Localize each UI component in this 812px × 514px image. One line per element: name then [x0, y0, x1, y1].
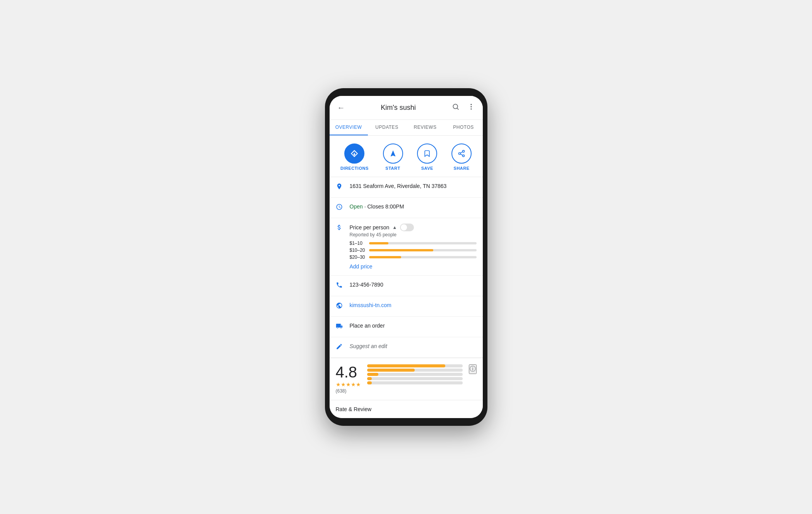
clock-icon: [336, 203, 344, 212]
phone-icon: [336, 282, 344, 290]
suggest-edit-content: Suggest an edit: [350, 343, 477, 350]
rating-fill-1: [367, 381, 372, 384]
website-content: kimssushi-tn.com: [350, 302, 477, 309]
tab-bar: OVERVIEW UPDATES REVIEWS PHOTOS: [330, 120, 483, 136]
price-label-1-10: $1–10: [350, 241, 366, 246]
share-button[interactable]: SHARE: [451, 143, 472, 171]
price-row[interactable]: Price per person ▲ Reported by 45 people…: [330, 218, 483, 276]
price-heading-text: Price per person: [350, 224, 390, 231]
app-header: ← Kim's sushi: [330, 96, 483, 120]
phone-screen: ← Kim's sushi OVERVIEW UPDATES REVIEWS: [330, 96, 483, 418]
directions-label: DIRECTIONS: [340, 166, 369, 171]
price-track-1-10: [369, 242, 477, 244]
svg-line-9: [460, 152, 463, 153]
svg-point-7: [463, 155, 465, 157]
rating-info-button[interactable]: ⓘ: [469, 364, 477, 374]
search-icon: [452, 103, 460, 111]
globe-icon: [336, 302, 344, 311]
tab-overview[interactable]: OVERVIEW: [330, 120, 368, 135]
info-section: 1631 Seaform Ave, Riverdale, TN 37863 Op…: [330, 177, 483, 358]
rating-track-4: [367, 369, 463, 372]
order-text: Place an order: [350, 323, 385, 329]
back-button[interactable]: ←: [336, 102, 347, 114]
search-button[interactable]: [450, 101, 461, 114]
rate-review-title: Rate & Review: [336, 406, 372, 412]
start-icon-circle: [383, 143, 403, 164]
add-price-link[interactable]: Add price: [350, 263, 373, 270]
directions-icon-circle: [344, 143, 364, 164]
rating-main: 4.8 ★★★★★ (638): [336, 364, 477, 394]
order-row[interactable]: Place an order: [330, 317, 483, 337]
svg-point-3: [470, 106, 472, 107]
more-vert-icon: [467, 103, 475, 111]
price-content: Price per person ▲ Reported by 45 people…: [350, 224, 477, 270]
tab-reviews[interactable]: REVIEWS: [406, 120, 444, 135]
price-track-20-30: [369, 256, 477, 258]
price-reported-text: Reported by 45 people: [350, 232, 477, 237]
bookmark-icon: [423, 150, 431, 157]
tab-updates[interactable]: UPDATES: [368, 120, 406, 135]
svg-point-2: [470, 104, 472, 105]
price-bar-20-30: $20–30: [350, 254, 477, 260]
tab-photos[interactable]: PHOTOS: [444, 120, 483, 135]
phone-frame: ← Kim's sushi OVERVIEW UPDATES REVIEWS: [325, 88, 487, 426]
price-fill-10-20: [369, 249, 434, 251]
rate-review-section: Rate & Review: [330, 400, 483, 418]
rating-bar-4: [367, 369, 463, 372]
svg-point-0: [453, 104, 458, 109]
rating-bar-2: [367, 377, 463, 380]
price-bar-1-10: $1–10: [350, 241, 477, 246]
phone-text: 123-456-7890: [350, 282, 383, 288]
rating-track-1: [367, 381, 463, 384]
directions-button[interactable]: DIRECTIONS: [340, 143, 369, 171]
rating-track-2: [367, 377, 463, 380]
rating-bar-3: [367, 373, 463, 376]
rating-fill-4: [367, 369, 415, 372]
phone-content: 123-456-7890: [350, 281, 477, 288]
price-label-10-20: $10–20: [350, 248, 366, 253]
start-button[interactable]: START: [383, 143, 403, 171]
price-fill-1-10: [369, 242, 388, 244]
more-options-button[interactable]: [466, 101, 477, 114]
save-button[interactable]: SAVE: [417, 143, 437, 171]
header-icons: [450, 101, 477, 114]
price-bar-10-20: $10–20: [350, 248, 477, 253]
price-label-20-30: $20–30: [350, 254, 366, 260]
page-title: Kim's sushi: [381, 104, 415, 112]
rating-section: 4.8 ★★★★★ (638): [330, 358, 483, 400]
svg-line-1: [457, 108, 458, 110]
delivery-icon: [336, 323, 344, 331]
address-text: 1631 Seaform Ave, Riverdale, TN 37863: [350, 183, 447, 189]
rating-track-5: [367, 364, 463, 367]
price-fill-20-30: [369, 256, 401, 258]
save-label: SAVE: [421, 166, 433, 171]
rating-bar-5: [367, 364, 463, 367]
navigation-icon: [389, 150, 397, 157]
start-label: START: [385, 166, 400, 171]
svg-point-6: [459, 153, 461, 155]
website-row[interactable]: kimssushi-tn.com: [330, 296, 483, 317]
rating-score: 4.8: [336, 364, 361, 380]
rating-fill-5: [367, 364, 446, 367]
rating-fill-3: [367, 373, 379, 376]
order-content: Place an order: [350, 322, 477, 329]
rating-bar-1: [367, 381, 463, 384]
share-icon: [458, 150, 465, 157]
svg-line-8: [460, 154, 463, 155]
address-row[interactable]: 1631 Seaform Ave, Riverdale, TN 37863: [330, 177, 483, 198]
price-chevron-icon: ▲: [392, 225, 397, 230]
hours-row[interactable]: Open · Closes 8:00PM: [330, 198, 483, 218]
share-icon-circle: [451, 143, 472, 164]
rating-score-block: 4.8 ★★★★★ (638): [336, 364, 361, 394]
hours-detail: · Closes 8:00PM: [363, 203, 404, 210]
suggest-edit-row[interactable]: Suggest an edit: [330, 337, 483, 358]
rating-fill-2: [367, 377, 372, 380]
rating-track-3: [367, 373, 463, 376]
rating-bars: [367, 364, 463, 386]
phone-row[interactable]: 123-456-7890: [330, 276, 483, 296]
website-text[interactable]: kimssushi-tn.com: [350, 302, 391, 308]
hours-content: Open · Closes 8:00PM: [350, 203, 477, 210]
directions-icon: [350, 149, 359, 158]
price-toggle-button[interactable]: [400, 224, 414, 231]
price-bars: $1–10 $10–20 $20–30: [350, 241, 477, 260]
